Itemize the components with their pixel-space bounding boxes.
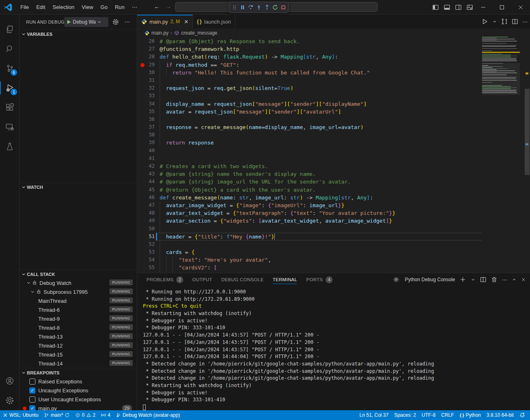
code-line-29[interactable]: 29 if req.method == "GET": bbox=[137, 61, 482, 69]
code-line-27[interactable]: 27@functions_framework.http bbox=[137, 45, 482, 53]
panel-tab-ports[interactable]: PORTS4 bbox=[306, 273, 333, 286]
run-and-debug-icon[interactable]: 1 bbox=[0, 78, 20, 98]
callstack-row[interactable]: Thread-15RUNNING bbox=[20, 350, 137, 359]
breakpoint-row[interactable]: ✓main.py29 bbox=[20, 404, 137, 410]
source-control-icon[interactable]: 6 bbox=[0, 59, 20, 78]
customize-layout-icon[interactable] bbox=[466, 4, 473, 11]
callstack-row[interactable]: Thread-9RUNNING bbox=[20, 314, 137, 323]
breakpoint-checkbox[interactable]: ✓ bbox=[29, 405, 35, 411]
close-panel-icon[interactable] bbox=[521, 277, 526, 282]
breadcrumb-symbol[interactable]: create_message bbox=[181, 30, 217, 36]
debug-restart-button[interactable] bbox=[272, 3, 278, 11]
callstack-row[interactable]: MainThreadRUNNING bbox=[20, 296, 137, 305]
breakpoint-row[interactable]: Raised Exceptions bbox=[20, 377, 137, 386]
terminal-dropdown-chevron-icon[interactable] bbox=[471, 277, 475, 282]
debug-config-dropdown[interactable]: Debug Wa bbox=[64, 17, 108, 27]
menu-item-file[interactable]: File bbox=[17, 2, 33, 12]
debug-session-status[interactable]: Debug Watch (avatar-app) bbox=[113, 410, 183, 420]
toggle-sidebar-icon[interactable] bbox=[432, 4, 439, 11]
new-terminal-icon[interactable] bbox=[460, 276, 466, 283]
cursor-position[interactable]: Ln 51, Col 37 bbox=[357, 410, 391, 420]
callstack-row[interactable]: Thread-12RUNNING bbox=[20, 341, 137, 350]
code-line-55[interactable]: 55 "cardsV2": [ bbox=[137, 264, 482, 271]
callstack-row[interactable]: Subprocess 17995RUNNING bbox=[20, 287, 137, 296]
code-line-35[interactable]: 35 avatar = request_json["message"]["sen… bbox=[137, 108, 482, 116]
extensions-icon[interactable] bbox=[0, 98, 20, 117]
breakpoint-checkbox[interactable] bbox=[29, 396, 35, 402]
code-line-31[interactable]: 31 bbox=[137, 77, 482, 84]
code-line-50[interactable]: 50 bbox=[137, 225, 482, 233]
panel-tab-problems[interactable]: PROBLEMS2 bbox=[147, 273, 183, 286]
code-line-33[interactable]: 33 bbox=[137, 92, 482, 100]
settings-gear-icon[interactable] bbox=[0, 391, 20, 410]
callstack-row[interactable]: Thread-8RUNNING bbox=[20, 323, 137, 332]
git-branch-status[interactable]: main* bbox=[41, 410, 72, 420]
minimap[interactable] bbox=[482, 37, 520, 98]
accounts-icon[interactable] bbox=[0, 371, 20, 391]
maximize-panel-icon[interactable] bbox=[512, 277, 517, 282]
explorer-icon[interactable] bbox=[0, 20, 20, 39]
code-line-34[interactable]: 34 display_name = request_json["message"… bbox=[137, 100, 482, 108]
debug-stop-button[interactable] bbox=[280, 3, 287, 11]
notifications-bell[interactable] bbox=[517, 410, 530, 420]
menu-item-selection[interactable]: Selection bbox=[49, 2, 78, 12]
forwarded-ports-status[interactable]: 4 bbox=[98, 410, 113, 420]
callstack-section-header[interactable]: CALL STACK bbox=[20, 269, 137, 278]
terminal-output[interactable]: * Running on http://127.0.0.1:9000 * Run… bbox=[137, 286, 530, 411]
breakpoint-checkbox[interactable]: ✓ bbox=[29, 387, 35, 394]
toggle-panel-icon[interactable] bbox=[444, 4, 450, 11]
code-line-48[interactable]: 48 avatar_text_widget = {"textParagraph"… bbox=[137, 209, 482, 217]
code-line-49[interactable]: 49 avatar_section = {"widgets": [avatar_… bbox=[137, 217, 482, 225]
menu-item-view[interactable]: View bbox=[78, 2, 97, 12]
terminal-profile-label[interactable]: Python Debug Console bbox=[405, 277, 455, 282]
encoding-status[interactable]: UTF-8 bbox=[419, 410, 438, 420]
debug-pause-button[interactable] bbox=[239, 3, 246, 11]
code-line-30[interactable]: 30 return "Hello! This function must be … bbox=[137, 69, 482, 77]
problems-status[interactable]: 0 2 bbox=[72, 410, 98, 420]
split-terminal-icon[interactable] bbox=[480, 276, 486, 283]
breadcrumb-file[interactable]: main.py bbox=[151, 30, 169, 36]
code-line-46[interactable]: 46def create_message(name: str, image_ur… bbox=[137, 194, 482, 201]
code-line-53[interactable]: 53 cards = { bbox=[137, 248, 482, 256]
variables-section-header[interactable]: VARIABLES bbox=[20, 29, 137, 38]
split-editor-icon[interactable] bbox=[512, 18, 518, 25]
code-line-32[interactable]: 32 request_json = req.get_json(silent=Tr… bbox=[137, 84, 482, 92]
panel-tab-output[interactable]: OUTPUT bbox=[192, 273, 212, 286]
toggle-secondary-sidebar-icon[interactable] bbox=[455, 4, 462, 11]
sidebar-more-actions-icon[interactable]: ⋯ bbox=[125, 19, 130, 25]
remote-explorer-icon[interactable] bbox=[0, 117, 20, 137]
callstack-row[interactable]: Thread-6RUNNING bbox=[20, 305, 137, 314]
code-line-26[interactable]: 26# @param {Object} res Response to send… bbox=[137, 37, 482, 45]
minimap-viewport[interactable] bbox=[482, 63, 520, 95]
callstack-row[interactable]: Thread-13RUNNING bbox=[20, 332, 137, 341]
tab-main-py[interactable]: main.py 2, M ✕ bbox=[137, 15, 193, 28]
nav-forward-arrow[interactable]: → bbox=[165, 3, 171, 10]
code-line-39[interactable]: 39 return response bbox=[137, 139, 482, 147]
breakpoint-checkbox[interactable] bbox=[29, 378, 35, 385]
minimize-icon[interactable] bbox=[474, 0, 493, 15]
breakpoints-section-header[interactable]: BREAKPOINTS bbox=[20, 368, 137, 377]
remote-indicator[interactable]: WSL: Ubuntu bbox=[0, 410, 41, 420]
code-line-41[interactable]: 41 bbox=[137, 155, 482, 162]
maximize-icon[interactable] bbox=[493, 0, 511, 15]
panel-tab-terminal[interactable]: TERMINAL bbox=[273, 273, 298, 286]
code-line-38[interactable]: 38 bbox=[137, 131, 482, 139]
debug-step-into-button[interactable] bbox=[255, 3, 262, 11]
close-icon[interactable] bbox=[511, 0, 530, 15]
code-line-45[interactable]: 45# @return {Object} a card with the use… bbox=[137, 186, 482, 194]
code-line-40[interactable]: 40 bbox=[137, 147, 482, 155]
code-line-37[interactable]: 37 response = create_message(name=displa… bbox=[137, 123, 482, 131]
tab-launch-json[interactable]: { } launch.json bbox=[193, 15, 236, 28]
menu-item-run[interactable]: Run bbox=[111, 2, 128, 12]
code-line-36[interactable]: 36 bbox=[137, 116, 482, 123]
breakpoint-row[interactable]: ✓Uncaught Exceptions bbox=[20, 386, 137, 395]
eol-status[interactable]: CRLF bbox=[438, 410, 457, 420]
toolbar-drag-grip[interactable] bbox=[231, 3, 238, 11]
menu-item-edit[interactable]: Edit bbox=[33, 2, 49, 12]
debug-step-out-button[interactable] bbox=[263, 3, 270, 11]
code-line-47[interactable]: 47 avatar_image_widget = {"image": {"ima… bbox=[137, 201, 482, 209]
code-editor[interactable]: 26# @param {Object} res Response to send… bbox=[137, 37, 482, 273]
tab-close-icon[interactable]: ✕ bbox=[184, 19, 188, 25]
testing-icon[interactable] bbox=[0, 137, 20, 156]
debug-step-over-button[interactable] bbox=[247, 3, 254, 11]
